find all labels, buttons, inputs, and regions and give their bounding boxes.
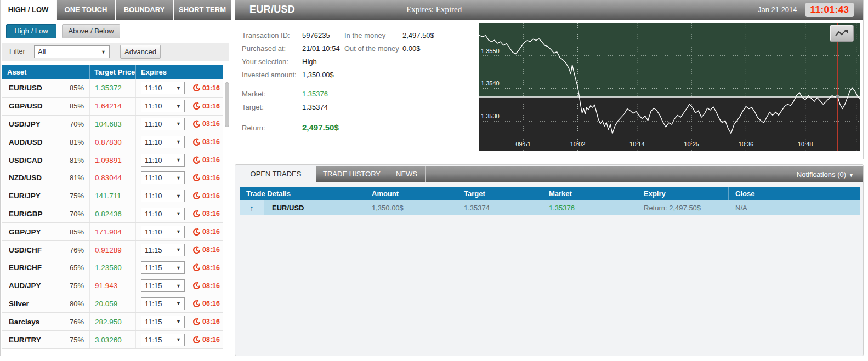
filter-select[interactable]: All ▼	[34, 45, 110, 58]
advanced-button[interactable]: Advanced	[120, 45, 161, 59]
asset-price-cell: 141.711	[90, 187, 136, 205]
asset-cell: EUR/CHF65%	[2, 259, 90, 277]
expiry-select[interactable]: 11:15▼	[141, 316, 185, 328]
asset-name: USD/CAD	[9, 156, 43, 164]
expiry-select-value: 11:15	[145, 282, 162, 290]
asset-row-usd-cad[interactable]: USD/CAD81%1.0989111:10▼03:16	[2, 151, 223, 169]
expiry-select[interactable]: 11:15▼	[141, 244, 185, 256]
expiry-select[interactable]: 11:10▼	[141, 171, 185, 184]
column-header-timer	[190, 65, 223, 79]
tab-short-term[interactable]: SHORT TERM	[173, 0, 231, 20]
countdown: 03:16	[192, 210, 220, 218]
expiry-select[interactable]: 11:10▼	[141, 118, 185, 130]
y-axis-label: 1.3540	[481, 80, 500, 87]
asset-price-cell: 1.64214	[90, 98, 136, 115]
asset-cell: NZD/USD81%	[2, 169, 90, 187]
asset-row-barclays[interactable]: Barclays76%282.95011:15▼03:16	[2, 313, 223, 331]
notifications-toggle[interactable]: Notifications (0)▼	[797, 170, 854, 179]
tab-high-low[interactable]: HIGH / LOW	[1, 0, 56, 20]
asset-row-usd-chf[interactable]: USD/CHF76%0.9128911:15▼08:16	[2, 241, 223, 259]
asset-cell: EUR/TRY75%	[2, 331, 90, 348]
asset-price-cell: 0.91289	[90, 241, 136, 259]
asset-row-gbp-jpy[interactable]: GBP/JPY85%171.90411:10▼03:16	[2, 223, 223, 241]
expiry-select[interactable]: 11:15▼	[141, 261, 185, 274]
asset-payout: 70%	[70, 210, 84, 218]
tab-trade-history[interactable]: TRADE HISTORY	[316, 166, 388, 182]
asset-row-usd-jpy[interactable]: USD/JPY70%104.68311:10▼03:16	[2, 116, 223, 134]
asset-name: EUR/TRY	[9, 336, 41, 344]
expiry-select[interactable]: 11:10▼	[141, 154, 185, 167]
asset-target-price: 1.09891	[95, 156, 122, 164]
expiry-select[interactable]: 11:10▼	[141, 208, 185, 220]
asset-row-eur-jpy[interactable]: EUR/JPY75%141.71111:10▼03:16	[2, 187, 223, 205]
dropdown-arrow-icon: ▼	[176, 193, 181, 199]
trade-row-eur-usd[interactable]: ↑EUR/USD1,350.00$1.353741.35376Return: 2…	[240, 200, 860, 215]
expiry-select[interactable]: 11:10▼	[141, 100, 185, 112]
asset-row-aud-jpy[interactable]: AUD/JPY75%91.94311:15▼08:16	[2, 277, 223, 295]
expiry-select-value: 11:10	[145, 156, 162, 164]
asset-target-price: 0.87830	[95, 138, 122, 146]
countdown-icon	[192, 318, 201, 326]
expiry-select-value: 11:15	[145, 263, 162, 272]
tab-open-trades[interactable]: OPEN TRADES	[236, 166, 316, 182]
asset-name: EUR/JPY	[9, 192, 41, 200]
tab-news[interactable]: NEWS	[388, 166, 426, 182]
countdown-value: 03:16	[202, 318, 220, 325]
asset-cell: AUD/JPY75%	[2, 277, 90, 295]
detail-header: EUR/USD Expires: Expired Jan 21 2014 11:…	[235, 0, 863, 20]
asset-price-cell: 0.82436	[90, 205, 136, 223]
out-money-value: 0.00$	[402, 44, 421, 53]
expiry-select[interactable]: 11:15▼	[141, 279, 185, 292]
dropdown-arrow-icon: ▼	[101, 49, 106, 55]
countdown-value: 03:16	[202, 210, 220, 217]
expiry-select[interactable]: 11:10▼	[141, 226, 185, 238]
y-axis-label: 1.3550	[481, 48, 500, 54]
asset-row-silver[interactable]: Silver80%20.05911:15▼06:16	[2, 295, 223, 313]
asset-price-cell: 104.683	[90, 116, 136, 133]
asset-row-eur-chf[interactable]: EUR/CHF65%1.2358011:15▼08:16	[2, 259, 223, 277]
column-header-close: Close	[729, 187, 860, 200]
expiry-select-value: 11:10	[145, 174, 162, 182]
expiry-select[interactable]: 11:10▼	[141, 190, 185, 202]
countdown-value: 03:16	[202, 138, 220, 146]
asset-name: EUR/CHF	[9, 263, 42, 272]
asset-row-eur-gbp[interactable]: EUR/GBP70%0.8243611:10▼03:16	[2, 205, 223, 224]
dropdown-arrow-icon: ▼	[176, 175, 181, 181]
current-time-badge: 11:01:43	[805, 3, 854, 17]
chart-mode-icon	[835, 29, 849, 38]
countdown-value: 03:16	[202, 192, 220, 200]
scrollbar-thumb[interactable]	[225, 82, 229, 127]
expiry-select[interactable]: 11:10▼	[141, 82, 185, 94]
asset-expiry-cell: 11:10▼	[136, 79, 190, 97]
asset-row-eur-try[interactable]: EUR/TRY75%3.0326011:15▼08:16	[2, 331, 223, 349]
countdown-icon	[192, 102, 201, 110]
asset-row-eur-usd[interactable]: EUR/USD85%1.3537211:10▼03:16	[2, 79, 223, 98]
trades-panel: OPEN TRADESTRADE HISTORYNEWS Notificatio…	[235, 164, 864, 356]
price-chart-svg: 1.35501.35401.353009:5110:0210:1410:2510…	[479, 23, 860, 151]
asset-row-gbp-usd[interactable]: GBP/USD85%1.6421411:10▼03:16	[2, 98, 223, 116]
expiry-select-value: 11:15	[145, 246, 162, 254]
column-header-trade-details: Trade Details	[240, 187, 365, 200]
asset-cell: EUR/GBP70%	[2, 205, 90, 223]
chart-mode-button[interactable]	[830, 25, 853, 41]
expiry-select[interactable]: 11:15▼	[141, 297, 185, 310]
asset-target-price: 282.950	[95, 318, 122, 326]
expiry-select-value: 11:10	[145, 84, 162, 92]
asset-row-nzd-usd[interactable]: NZD/USD81%0.8304411:10▼03:16	[2, 169, 223, 187]
asset-name: USD/JPY	[9, 120, 41, 128]
expires-value: Expired	[436, 5, 462, 14]
tab-boundary[interactable]: BOUNDARY	[115, 0, 173, 20]
asset-target-price: 0.82436	[95, 210, 122, 218]
expiry-select[interactable]: 11:10▼	[141, 136, 185, 148]
tab-one-touch[interactable]: ONE TOUCH	[56, 0, 115, 20]
countdown: 03:16	[192, 156, 220, 164]
mode-button-high-low[interactable]: High / Low	[6, 24, 56, 38]
x-axis-label: 10:14	[629, 141, 645, 147]
countdown: 03:16	[192, 84, 220, 92]
trades-table-header: Trade DetailsAmountTargetMarketExpiryClo…	[240, 187, 860, 200]
x-axis-label: 10:25	[684, 141, 699, 147]
countdown-icon	[192, 156, 201, 164]
expiry-select[interactable]: 11:15▼	[141, 334, 185, 346]
asset-row-aud-usd[interactable]: AUD/USD81%0.8783011:10▼03:16	[2, 133, 223, 151]
mode-button-above-below[interactable]: Above / Below	[62, 24, 120, 38]
